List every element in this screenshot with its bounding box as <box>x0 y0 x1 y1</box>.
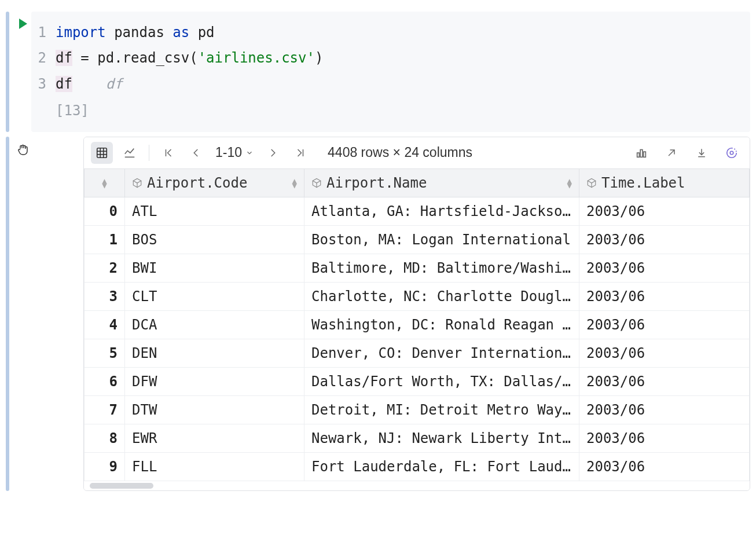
row-index: 1 <box>85 225 125 254</box>
code-line-1: import pandas as pd <box>56 20 215 45</box>
cell-airport-name: Denver, CO: Denver International <box>304 339 579 367</box>
table-row[interactable]: 2BWIBaltimore, MD: Baltimore/Washington … <box>85 254 750 282</box>
more-options-button[interactable] <box>721 142 743 164</box>
toolbar-divider <box>149 145 149 161</box>
execution-count: [13] <box>35 98 742 123</box>
dataframe-toolbar: 1-10 4408 rows × 24 columns <box>84 137 750 168</box>
cell-airport-name: Boston, MA: Logan International <box>304 225 579 254</box>
svg-rect-10 <box>644 152 646 157</box>
cell-airport-code: DTW <box>125 395 304 424</box>
cell-time-label: 2003/06 <box>579 197 750 225</box>
cell-time-label: 2003/06 <box>579 225 750 254</box>
cell-marker <box>6 12 9 132</box>
chevron-down-icon <box>245 149 254 157</box>
cell-airport-name: Washington, DC: Ronald Reagan Washington… <box>304 310 579 339</box>
dataframe-table-wrapper: ▲▼ Airport.Code ▲▼ <box>84 168 750 481</box>
column-stats-button[interactable] <box>630 142 652 164</box>
gutter-line-number: 3 <box>35 71 56 97</box>
gutter-line-number: 1 <box>35 20 56 45</box>
sort-icon: ▲▼ <box>91 178 118 188</box>
row-index: 9 <box>85 452 125 481</box>
notebook: 1 import pandas as pd 2 df = pd.read_csv… <box>0 0 756 503</box>
svg-rect-0 <box>97 148 107 157</box>
table-summary: 4408 rows × 24 columns <box>328 145 625 160</box>
column-header-label: Airport.Name <box>326 175 427 191</box>
cell-time-label: 2003/06 <box>579 282 750 310</box>
dataframe-table: ▲▼ Airport.Code ▲▼ <box>84 168 750 481</box>
table-row[interactable]: 1BOSBoston, MA: Logan International2003/… <box>85 225 750 254</box>
table-row[interactable]: 0ATLAtlanta, GA: Hartsfield-Jackson Atla… <box>85 197 750 225</box>
table-row[interactable]: 7DTWDetroit, MI: Detroit Metro Wayne Cou… <box>85 395 750 424</box>
grab-cursor-icon <box>16 142 30 156</box>
row-index: 0 <box>85 197 125 225</box>
code-editor[interactable]: 1 import pandas as pd 2 df = pd.read_csv… <box>31 12 750 132</box>
table-row[interactable]: 9FLLFort Lauderdale, FL: Fort Lauderdale… <box>85 452 750 481</box>
scrollbar-thumb[interactable] <box>90 483 153 489</box>
column-header-airport-name[interactable]: Airport.Name ▲▼ <box>304 168 579 197</box>
cell-airport-code: CLT <box>125 282 304 310</box>
cell-airport-name: Dallas/Fort Worth, TX: Dallas/Fort Worth… <box>304 367 579 395</box>
svg-point-14 <box>730 151 733 155</box>
horizontal-scrollbar[interactable] <box>84 481 750 490</box>
column-type-icon <box>586 178 597 188</box>
run-button[interactable] <box>15 19 31 29</box>
cell-airport-name: Charlotte, NC: Charlotte Douglas Interna… <box>304 282 579 310</box>
page-range-label: 1-10 <box>215 145 242 160</box>
output-cell-marker <box>6 137 9 491</box>
code-line-2: df = pd.read_csv('airlines.csv') <box>56 45 323 71</box>
row-index: 2 <box>85 254 125 282</box>
table-row[interactable]: 3CLTCharlotte, NC: Charlotte Douglas Int… <box>85 282 750 310</box>
cell-time-label: 2003/06 <box>579 310 750 339</box>
column-type-icon <box>311 178 322 188</box>
column-header-time-label[interactable]: Time.Label <box>579 168 750 197</box>
dataframe-viewer: 1-10 4408 rows × 24 columns <box>83 137 750 491</box>
svg-rect-9 <box>640 149 643 157</box>
cell-airport-name: Atlanta, GA: Hartsfield-Jackson Atlanta … <box>304 197 579 225</box>
table-row[interactable]: 5DENDenver, CO: Denver International2003… <box>85 339 750 367</box>
cell-airport-code: BOS <box>125 225 304 254</box>
column-header-label: Airport.Code <box>147 175 247 191</box>
open-external-button[interactable] <box>660 142 682 164</box>
cell-time-label: 2003/06 <box>579 367 750 395</box>
page-range-selector[interactable]: 1-10 <box>213 145 256 160</box>
cell-airport-name: Fort Lauderdale, FL: Fort Lauderdale-Hol… <box>304 452 579 481</box>
sort-icon: ▲▼ <box>292 178 297 188</box>
gutter-line-number: 2 <box>35 45 56 71</box>
chart-view-button[interactable] <box>119 142 141 164</box>
cell-time-label: 2003/06 <box>579 452 750 481</box>
cell-airport-code: DFW <box>125 367 304 395</box>
column-type-icon <box>132 178 142 188</box>
next-page-button[interactable] <box>262 142 284 164</box>
first-page-button[interactable] <box>157 142 179 164</box>
table-row[interactable]: 6DFWDallas/Fort Worth, TX: Dallas/Fort W… <box>85 367 750 395</box>
output-cell: 1-10 4408 rows × 24 columns <box>6 137 750 491</box>
code-line-3: df df <box>56 71 123 97</box>
row-index: 7 <box>85 395 125 424</box>
cell-time-label: 2003/06 <box>579 424 750 452</box>
cell-airport-code: BWI <box>125 254 304 282</box>
cell-airport-code: EWR <box>125 424 304 452</box>
table-view-button[interactable] <box>91 142 113 164</box>
cell-airport-code: ATL <box>125 197 304 225</box>
svg-line-11 <box>669 150 674 156</box>
cell-time-label: 2003/06 <box>579 395 750 424</box>
code-cell: 1 import pandas as pd 2 df = pd.read_csv… <box>6 12 750 132</box>
cell-time-label: 2003/06 <box>579 339 750 367</box>
column-header-label: Time.Label <box>601 175 685 191</box>
table-row[interactable]: 8EWRNewark, NJ: Newark Liberty Internati… <box>85 424 750 452</box>
prev-page-button[interactable] <box>185 142 207 164</box>
cell-time-label: 2003/06 <box>579 254 750 282</box>
last-page-button[interactable] <box>289 142 311 164</box>
inline-type-hint: df <box>106 76 123 92</box>
column-header-airport-code[interactable]: Airport.Code ▲▼ <box>125 168 304 197</box>
download-button[interactable] <box>691 142 713 164</box>
row-index: 6 <box>85 367 125 395</box>
run-icon <box>19 19 27 29</box>
table-row[interactable]: 4DCAWashington, DC: Ronald Reagan Washin… <box>85 310 750 339</box>
row-index: 3 <box>85 282 125 310</box>
cell-airport-code: FLL <box>125 452 304 481</box>
cell-airport-code: DCA <box>125 310 304 339</box>
index-column-header[interactable]: ▲▼ <box>85 168 125 197</box>
row-index: 4 <box>85 310 125 339</box>
sort-icon: ▲▼ <box>567 178 572 188</box>
